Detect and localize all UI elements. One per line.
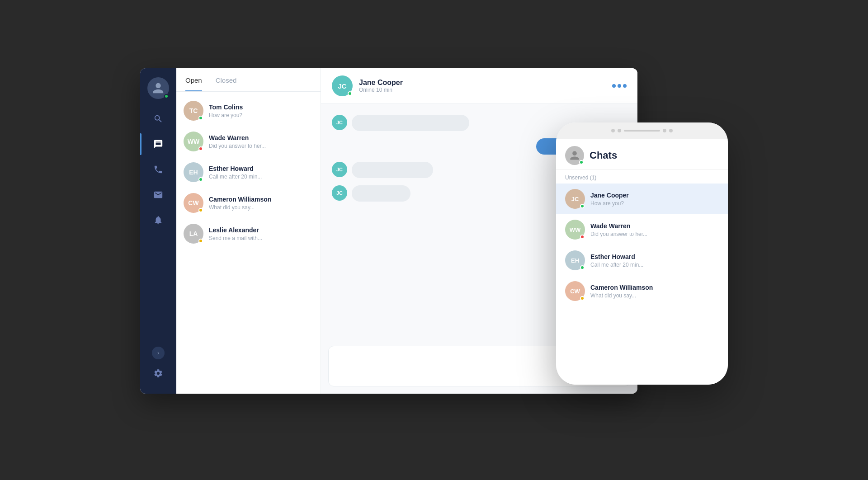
chat-preview-wade: Did you answer to her... [209,143,313,149]
phone-content: Chats Unserved (1) JC Jane Cooper How ar… [556,139,728,385]
chat-info-leslie: Leslie Alexander Send me a mail with... [209,226,313,241]
phone-section-label: Unserved (1) [556,170,728,184]
sidebar: › [140,68,176,394]
sidebar-expand-button[interactable]: › [152,347,165,359]
avatar-wade-warren: WW [184,132,203,151]
phone-chat-info-cameron: Cameron Williamson What did you say... [590,284,719,299]
phone-avatar-wade: WW [565,220,585,240]
msg-bubble-received-2 [352,162,433,178]
phone-chat-item-wade[interactable]: WW Wade Warren Did you answer to her... [556,214,728,245]
sidebar-item-bell[interactable] [140,209,176,231]
phone-chat-name-wade: Wade Warren [590,222,719,230]
phone-chat-item-cameron[interactable]: CW Cameron Williamson What did you say..… [556,276,728,306]
chat-header-name: Jane Cooper [359,79,606,87]
tab-closed[interactable]: Closed [216,68,237,91]
notch-line [624,130,660,132]
phone-chat-name-esther: Esther Howard [590,253,719,260]
chat-name-leslie: Leslie Alexander [209,226,313,234]
notch-dot-2 [618,129,621,132]
user-avatar[interactable] [147,77,169,99]
chat-list: TC Tom Colins How are you? WW Wa [176,92,321,394]
chat-header-avatar: JC [332,75,353,96]
phone-chat-name-cameron: Cameron Williamson [590,284,719,291]
phone-header: Chats [556,139,728,170]
phone-mockup: Chats Unserved (1) JC Jane Cooper How ar… [556,122,728,385]
avatar-cameron: CW [184,193,203,213]
msg-avatar-jc: JC [332,115,347,130]
phone-chat-preview-cameron: What did you say... [590,292,719,299]
phone-status-jane [580,204,585,208]
sidebar-item-contact[interactable] [140,184,176,206]
chat-item-cameron[interactable]: CW Cameron Williamson What did you say..… [176,188,321,218]
phone-status-wade [580,235,585,239]
chat-item-tom-colins[interactable]: TC Tom Colins How are you? [176,95,321,126]
phone-avatar-cameron: CW [565,281,585,301]
phone-chat-list: JC Jane Cooper How are you? WW W [556,184,728,385]
notch-dot-1 [611,129,615,132]
chat-header-menu[interactable] [612,84,627,88]
phone-chat-item-jane[interactable]: JC Jane Cooper How are you? [556,184,728,214]
avatar-tom-colins: TC [184,101,203,121]
tab-open[interactable]: Open [185,68,202,91]
msg-avatar-jc-2: JC [332,162,347,177]
menu-dot-1 [612,84,616,88]
chat-info-cameron: Cameron Williamson What did you say... [209,196,313,211]
phone-title: Chats [590,150,617,161]
chat-info-esther: Esther Howard Call me after 20 min... [209,165,313,180]
chat-header-status-dot [348,91,352,96]
chat-name-tom: Tom Colins [209,104,313,111]
phone-chat-item-esther[interactable]: EH Esther Howard Call me after 20 min... [556,245,728,276]
chat-info-tom: Tom Colins How are you? [209,104,313,118]
tabs: Open Closed [176,68,321,92]
phone-chat-info-wade: Wade Warren Did you answer to her... [590,222,719,237]
phone-user-status [579,160,584,165]
avatar-esther-howard: EH [184,162,203,182]
chat-preview-cameron: What did you say... [209,204,313,211]
chat-item-esther-howard[interactable]: EH Esther Howard Call me after 20 min... [176,157,321,188]
phone-avatar-esther: EH [565,250,585,270]
avatar-leslie: LA [184,224,203,244]
msg-avatar-jc-3: JC [332,185,347,201]
chat-name-wade: Wade Warren [209,134,313,141]
notch-dot-4 [669,129,673,132]
menu-dot-3 [623,84,627,88]
notch-dot-3 [663,129,666,132]
user-online-dot [164,94,169,99]
phone-chat-preview-esther: Call me after 20 min... [590,262,719,268]
phone-avatar-jane: JC [565,189,585,209]
msg-bubble-received-1 [352,115,469,131]
sidebar-item-phone[interactable] [140,159,176,180]
sidebar-item-chat[interactable] [140,133,176,155]
chat-header: JC Jane Cooper Online 10 min [321,68,637,104]
status-dot-esther [198,177,203,182]
phone-chat-preview-wade: Did you answer to her... [590,231,719,237]
sidebar-item-search[interactable] [140,108,176,130]
chat-info-wade: Wade Warren Did you answer to her... [209,134,313,149]
chat-preview-tom: How are you? [209,112,313,118]
phone-notch [556,122,728,139]
phone-chat-info-jane: Jane Cooper How are you? [590,192,719,207]
chat-item-wade-warren[interactable]: WW Wade Warren Did you answer to her... [176,126,321,157]
chat-name-cameron: Cameron Williamson [209,196,313,203]
chat-name-esther: Esther Howard [209,165,313,172]
chat-preview-leslie: Send me a mail with... [209,235,313,241]
chat-header-info: Jane Cooper Online 10 min [359,79,606,93]
phone-status-cameron [580,296,585,301]
chat-item-leslie[interactable]: LA Leslie Alexander Send me a mail with.… [176,218,321,249]
chat-list-panel: Open Closed TC Tom Colins How are you? [176,68,321,394]
phone-status-esther [580,265,585,270]
status-dot-tom [198,116,203,120]
phone-user-avatar [565,146,584,165]
menu-dot-2 [618,84,621,88]
phone-chat-preview-jane: How are you? [590,200,719,207]
chat-header-status: Online 10 min [359,87,606,93]
status-dot-leslie [198,239,203,243]
status-dot-cameron [198,208,203,212]
phone-chat-info-esther: Esther Howard Call me after 20 min... [590,253,719,268]
chat-preview-esther: Call me after 20 min... [209,174,313,180]
msg-bubble-received-3 [352,185,410,202]
sidebar-nav [140,108,176,347]
phone-chat-name-jane: Jane Cooper [590,192,719,199]
status-dot-wade [198,146,203,151]
settings-icon[interactable] [153,368,163,380]
